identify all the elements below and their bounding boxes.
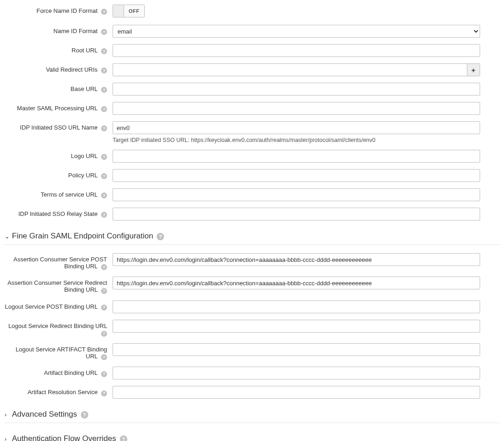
artifact-binding-url-input[interactable] [113, 367, 480, 379]
name-id-format-label: Name ID Format [53, 28, 97, 34]
help-icon[interactable]: ? [101, 192, 107, 199]
plus-icon: + [471, 66, 476, 74]
help-icon[interactable]: ? [101, 172, 107, 180]
chevron-right-icon: › [5, 411, 9, 418]
logout-redirect-binding-url-label: Logout Service Redirect Binding URL [8, 322, 107, 329]
valid-redirect-uris-label: Valid Redirect URIs [46, 66, 97, 73]
base-url-input[interactable] [113, 83, 480, 96]
acs-redirect-binding-url-input[interactable] [113, 277, 480, 289]
logo-url-input[interactable] [113, 150, 480, 163]
force-name-id-format-toggle[interactable]: OFF [113, 5, 145, 17]
section-auth-flow-header[interactable]: › Authentication Flow Overrides ? [5, 434, 499, 441]
help-icon[interactable]: ? [101, 86, 107, 93]
idp-initiated-sso-relay-state-input[interactable] [113, 208, 480, 220]
valid-redirect-uris-input[interactable] [113, 63, 467, 76]
section-auth-flow-title: Authentication Flow Overrides [12, 434, 116, 441]
terms-of-service-url-input[interactable] [113, 188, 480, 201]
help-icon[interactable]: ? [101, 370, 107, 377]
logout-artifact-binding-url-input[interactable] [113, 343, 480, 356]
chevron-right-icon: › [5, 435, 9, 441]
artifact-binding-url-label: Artifact Binding URL [44, 369, 98, 376]
help-icon[interactable]: ? [101, 47, 107, 55]
help-icon[interactable]: ? [157, 232, 164, 241]
idp-initiated-sso-url-helper: Target IDP initiated SSO URL: https://ke… [113, 137, 480, 143]
idp-initiated-sso-relay-state-label: IDP Initiated SSO Relay State [18, 210, 97, 217]
help-icon[interactable]: ? [101, 8, 107, 15]
acs-post-binding-url-label: Assertion Consumer Service POST Binding … [13, 256, 107, 270]
help-icon[interactable]: ? [101, 303, 107, 311]
help-icon[interactable]: ? [101, 211, 107, 218]
logo-url-label: Logo URL [71, 153, 97, 159]
help-icon[interactable]: ? [101, 353, 107, 361]
root-url-input[interactable] [113, 44, 480, 57]
help-icon[interactable]: ? [101, 153, 107, 160]
section-fine-grain-title: Fine Grain SAML Endpoint Configuration [12, 232, 153, 241]
root-url-label: Root URL [72, 47, 98, 54]
idp-initiated-sso-url-name-input[interactable] [113, 121, 480, 134]
policy-url-label: Policy URL [68, 172, 98, 179]
help-icon[interactable]: ? [101, 263, 107, 271]
help-icon[interactable]: ? [101, 105, 107, 113]
section-advanced-header[interactable]: › Advanced Settings ? [5, 410, 499, 423]
base-url-label: Base URL [71, 85, 98, 92]
acs-post-binding-url-input[interactable] [113, 253, 480, 266]
help-icon[interactable]: ? [101, 329, 107, 337]
toggle-off-label: OFF [124, 5, 144, 17]
logout-redirect-binding-url-input[interactable] [113, 320, 480, 333]
help-icon[interactable]: ? [101, 67, 107, 74]
terms-of-service-url-label: Terms of service URL [41, 191, 98, 198]
help-icon[interactable]: ? [101, 287, 107, 294]
section-advanced-title: Advanced Settings [12, 410, 77, 419]
force-name-id-format-label: Force Name ID Format [36, 7, 97, 14]
help-icon[interactable]: ? [101, 28, 107, 35]
idp-initiated-sso-url-name-label: IDP Initiated SSO URL Name [20, 124, 97, 131]
add-redirect-uri-button[interactable]: + [467, 63, 480, 76]
artifact-resolution-service-input[interactable] [113, 386, 480, 399]
logout-post-binding-url-input[interactable] [113, 300, 480, 313]
section-fine-grain-header[interactable]: ⌄ Fine Grain SAML Endpoint Configuration… [5, 232, 499, 245]
help-icon[interactable]: ? [101, 389, 107, 396]
logout-artifact-binding-url-label: Logout Service ARTIFACT Binding URL [16, 346, 107, 360]
help-icon[interactable]: ? [81, 410, 88, 419]
acs-redirect-binding-url-label: Assertion Consumer Service Redirect Bind… [7, 279, 107, 293]
master-saml-processing-url-label: Master SAML Processing URL [17, 105, 97, 112]
chevron-down-icon: ⌄ [5, 233, 9, 240]
policy-url-input[interactable] [113, 169, 480, 182]
name-id-format-select[interactable]: email [113, 25, 480, 38]
logout-post-binding-url-label: Logout Service POST Binding URL [5, 303, 98, 310]
master-saml-processing-url-input[interactable] [113, 102, 480, 115]
help-icon[interactable]: ? [120, 434, 127, 441]
help-icon[interactable]: ? [101, 124, 107, 132]
artifact-resolution-service-label: Artifact Resolution Service [28, 389, 97, 396]
